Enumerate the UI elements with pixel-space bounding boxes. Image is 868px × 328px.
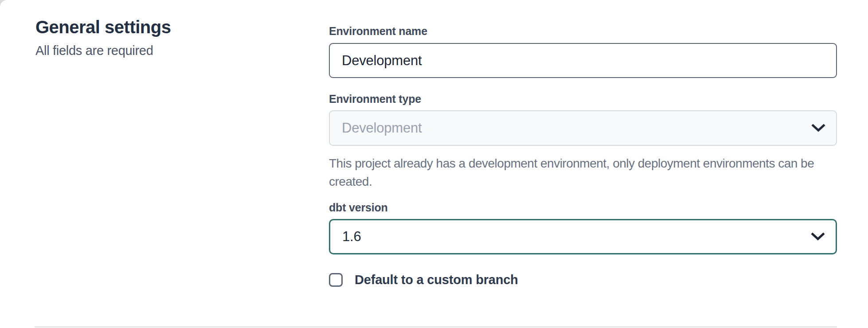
chevron-down-icon: [811, 232, 825, 241]
page-title: General settings: [35, 16, 284, 38]
dbt-version-select[interactable]: 1.6: [329, 219, 837, 254]
custom-branch-row[interactable]: Default to a custom branch: [329, 273, 518, 287]
environment-name-input[interactable]: [329, 43, 837, 78]
chevron-down-icon: [811, 124, 825, 133]
custom-branch-checkbox[interactable]: [329, 273, 343, 287]
environment-name-label: Environment name: [329, 25, 837, 37]
general-settings-form: Environment name Environment type Develo…: [329, 0, 837, 287]
section-intro: General settings All fields are required: [35, 16, 284, 59]
custom-branch-label: Default to a custom branch: [355, 273, 518, 287]
section-divider: [35, 326, 837, 328]
environment-type-selected-value: Development: [342, 120, 422, 136]
settings-panel: General settings All fields are required…: [0, 0, 868, 328]
environment-type-label: Environment type: [329, 93, 837, 105]
environment-type-select: Development: [329, 110, 837, 146]
required-note: All fields are required: [35, 43, 284, 59]
dbt-version-label: dbt version: [329, 202, 837, 213]
environment-type-helper-text: This project already has a development e…: [329, 154, 837, 191]
dbt-version-selected-value: 1.6: [342, 229, 361, 245]
